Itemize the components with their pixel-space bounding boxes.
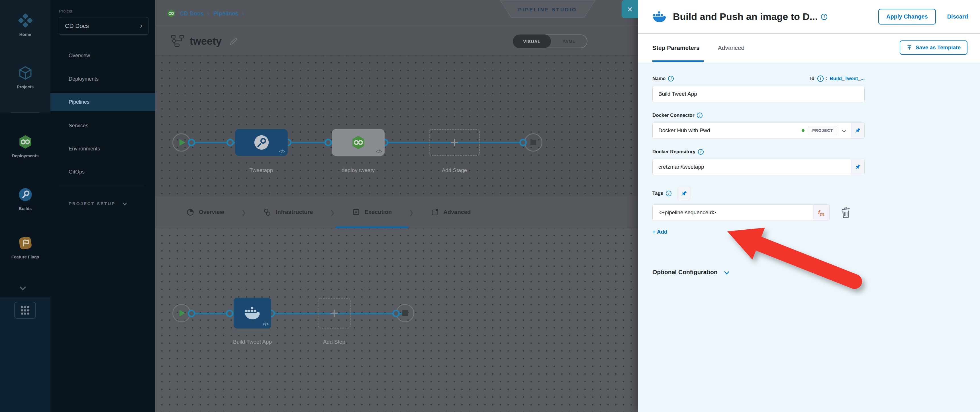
tab-execution[interactable]: Execution [348,197,396,227]
project-selector-value: CD Docs [65,22,89,29]
code-icon: </> [376,149,382,154]
sidebar-item-services[interactable]: Services [51,118,155,134]
optional-configuration-toggle[interactable]: Optional Configuration [652,269,980,275]
docker-repository-input[interactable]: cretzman/tweetapp [652,159,865,175]
info-icon[interactable]: i [698,149,704,155]
add-tag-link[interactable]: + Add [652,229,668,235]
sidebar-item-deployments-proj[interactable]: Deployments [51,71,155,87]
docker-connector-select[interactable]: Docker Hub with Pwd PROJECT [652,122,865,139]
delete-tag-icon[interactable] [840,207,852,218]
visual-yaml-toggle[interactable]: VISUAL YAML [513,35,587,48]
fx-expression-button[interactable]: f(x) [813,205,829,221]
tab-label: Overview [199,209,224,215]
step-parameters-form: Namei Id i : Build_Tweet_... Docker Conn… [638,62,980,412]
chevron-down-icon [724,269,729,274]
project-section-label: Project [59,8,72,13]
nav-item-label: Environments [68,146,100,152]
docker-icon [652,11,667,22]
project-setup-toggle[interactable]: PROJECT SETUP [68,201,126,206]
step-card-build-tweet-app[interactable]: </> [234,298,271,329]
sidebar-item-pipelines[interactable]: Pipelines [51,93,155,111]
connector-status-dot [802,129,805,132]
info-icon[interactable]: i [821,14,827,20]
tab-step-parameters[interactable]: Step Parameters [652,33,700,62]
overview-tab-icon [186,208,194,216]
sidebar-item-home[interactable]: Home [0,13,51,37]
stop-icon [402,310,408,316]
add-step-button[interactable]: + [318,298,351,329]
docker-step-icon [244,307,261,320]
sidebar-item-environments[interactable]: Environments [51,140,155,157]
name-label: Namei [652,76,674,81]
discard-button[interactable]: Discard [947,13,968,20]
close-drawer-button[interactable]: × [622,0,638,18]
divider [59,185,145,185]
tab-infrastructure[interactable]: Infrastructure [259,197,317,227]
breadcrumb-pipelines[interactable]: Pipelines [213,10,239,17]
docker-repository-label-row: Docker Repositoryi [652,149,865,155]
nav-item-label: Services [68,123,88,129]
tab-advanced[interactable]: Advanced [427,197,475,227]
info-icon[interactable]: i [697,113,703,118]
tab-advanced-drawer[interactable]: Advanced [718,33,745,62]
apply-changes-button[interactable]: Apply Changes [878,9,936,24]
toggle-yaml[interactable]: YAML [551,35,587,48]
docker-repository-value: cretzman/tweetapp [659,164,704,170]
sidebar-item-feature-flags[interactable]: Feature Flags [0,235,51,259]
link-port [188,139,195,146]
name-input[interactable] [652,86,865,102]
save-as-template-button[interactable]: Save as Template [900,40,967,55]
stage-card-tweetapp[interactable]: </> [235,129,288,156]
info-icon[interactable]: i [817,75,824,82]
pipeline-end-node [524,134,542,151]
tags-row: <+pipeline.sequenceId> f(x) [652,204,980,221]
docker-connector-label: Docker Connectori [652,113,703,118]
save-as-template-label: Save as Template [916,45,961,51]
breadcrumb-separator: › [242,10,245,17]
sidebar-item-overview[interactable]: Overview [51,47,155,64]
breadcrumb[interactable]: CD Docs › Pipelines › [167,9,245,18]
add-stage-button[interactable]: + [429,129,480,156]
build-stage-icon [253,134,270,151]
execution-tab-icon [352,208,360,216]
module-grid-button[interactable] [14,302,36,319]
info-icon[interactable]: i [666,191,671,196]
pin-icon [681,190,687,197]
stage-canvas[interactable]: </> </> + Tweetapp deploy tweety Add Sta… [155,56,638,196]
execution-canvas[interactable]: </> + Build Tweet App Add Step [155,228,638,412]
stage-label: Tweetapp [227,167,296,173]
stage-tabbar: Overview › Infrastructure › Execution › … [155,197,638,228]
breadcrumb-project[interactable]: CD Docs [180,10,204,17]
sidebar-item-gitops[interactable]: GitOps [51,164,155,180]
id-value-link[interactable]: Build_Tweet_... [830,76,865,81]
rail-more-chevron-icon[interactable] [20,284,26,291]
tags-pin-button[interactable] [677,187,691,200]
edit-pencil-icon[interactable] [229,37,238,46]
chevron-down-icon[interactable] [842,128,846,132]
breadcrumb-bar: CD Docs › Pipelines › PIPELINE STUDIO [155,0,638,27]
tab-overview[interactable]: Overview [182,197,228,227]
sidebar-item-builds[interactable]: Builds [0,187,51,211]
chevron-down-icon [123,201,127,205]
nav-item-label: Pipelines [68,99,89,105]
sidebar-item-deployments[interactable]: Deployments [0,134,51,158]
tag-input[interactable]: <+pipeline.sequenceId> f(x) [652,204,830,221]
repository-pin-button[interactable] [851,159,864,175]
main-content: CD Docs › Pipelines › PIPELINE STUDIO tw… [155,0,638,412]
connector-pin-button[interactable] [851,122,864,138]
project-selector[interactable]: CD Docs › [59,17,148,35]
sidebar-item-label: Feature Flags [11,255,39,259]
pipeline-connector-line [191,313,405,314]
stage-card-deploy-tweety[interactable]: </> [332,129,385,156]
optional-configuration-label: Optional Configuration [652,269,718,275]
tags-label-row: Tagsi [652,187,980,200]
link-port [188,310,195,317]
upload-icon [907,45,912,51]
projects-icon [18,65,33,81]
home-icon [18,13,33,29]
info-icon[interactable]: i [668,76,674,81]
module-rail: Home Projects Deployments Buil [0,0,51,412]
name-label-row: Namei Id i : Build_Tweet_... [652,75,865,82]
sidebar-item-projects[interactable]: Projects [0,65,51,89]
toggle-visual[interactable]: VISUAL [513,35,551,48]
